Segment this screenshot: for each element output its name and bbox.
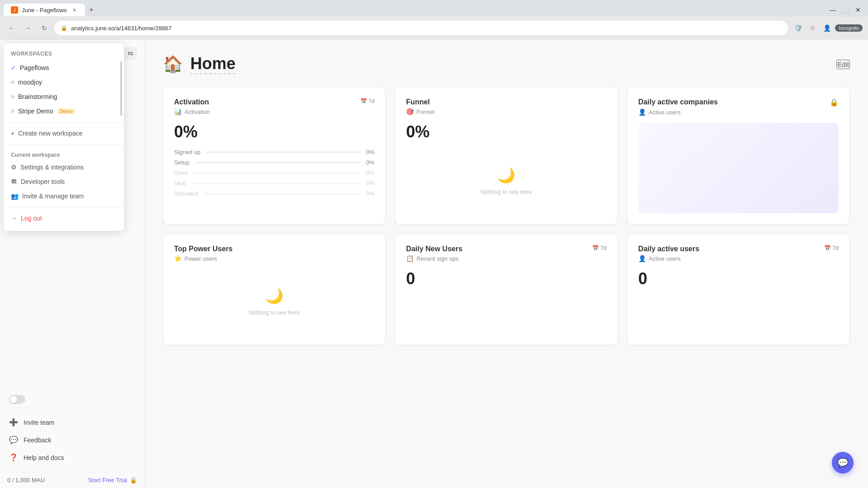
edit-button[interactable]: Edit <box>836 60 850 69</box>
tpu-empty-state: 🌙 Nothing to see here <box>174 269 374 334</box>
feedback-label: Feedback <box>24 436 51 444</box>
cards-grid: Activation 📅 7d 📊 Activation 0% Signed u… <box>163 87 850 345</box>
window-maximize[interactable]: ⬜ <box>839 4 852 16</box>
row-label: Activated <box>174 190 198 197</box>
divider <box>4 122 124 122</box>
upgrade-button[interactable]: Start Free Trial 🔒 <box>88 477 137 483</box>
settings-icon: ⚙ <box>11 164 17 171</box>
ssl-lock-icon: 🔒 <box>61 25 67 31</box>
moon-icon-2: 🌙 <box>265 287 283 305</box>
developer-tools-button[interactable]: 🛠 Developer tools <box>4 174 124 189</box>
invite-manage-team-button[interactable]: 👥 Invite & manage team <box>4 189 124 203</box>
bar-track <box>195 162 361 164</box>
lock-icon: 🔒 <box>130 477 137 483</box>
tab-favicon: J <box>11 6 18 14</box>
app-layout: P Pageflows ▼ rc Workspaces ✓ Pageflows … <box>0 40 868 488</box>
feedback-button[interactable]: 💬 Feedback <box>4 431 141 449</box>
dnu-card-header: Daily New Users 📅 7d <box>406 245 606 253</box>
back-button[interactable]: ← <box>5 22 18 34</box>
help-docs-label: Help and docs <box>24 454 64 461</box>
row-label: Setup <box>174 159 189 166</box>
dnu-badge: 📅 7d <box>592 245 607 251</box>
dnu-subtitle-text: Recent sign ups <box>416 255 458 262</box>
row-label: Signed up <box>174 149 201 155</box>
row-viral: Viral 0% <box>174 180 374 187</box>
page-header: 🏠 Home Edit <box>163 54 850 74</box>
tab-bar: J June - Pageflows ✕ + — ⬜ ✕ <box>0 0 868 16</box>
row-value: 0% <box>366 159 375 166</box>
tpu-subtitle-text: Power users <box>184 255 217 262</box>
dac-subtitle: 👤 Active users <box>638 108 839 116</box>
dau-title: Daily active users <box>638 245 699 253</box>
activation-subtitle: 📊 Activation <box>174 108 374 115</box>
funnel-title: Funnel <box>406 98 429 106</box>
row-bar <box>191 183 361 184</box>
active-tab[interactable]: J June - Pageflows ✕ <box>4 4 85 16</box>
activation-rows: Signed up 0% Setup 0% Used <box>174 149 374 197</box>
row-bar <box>193 172 360 174</box>
activation-subtitle-text: Activation <box>184 108 210 115</box>
row-activated: Activated 0% <box>174 190 374 197</box>
logout-button[interactable]: → Log out <box>4 211 124 225</box>
settings-label: Settings & integrations <box>20 164 84 171</box>
extension-icon[interactable]: 🛡️ <box>792 22 804 34</box>
mau-bar: 0 / 1,000 MAU Start Free Trial 🔒 <box>0 472 144 488</box>
toggle-area <box>0 391 144 408</box>
workspace-name-moodjoy: moodjoy <box>18 79 42 86</box>
tab-close-button[interactable]: ✕ <box>71 6 78 14</box>
activation-card: Activation 📅 7d 📊 Activation 0% Signed u… <box>163 87 386 225</box>
window-minimize[interactable]: — <box>826 4 839 16</box>
help-icon: ❓ <box>9 453 18 462</box>
feedback-icon: 💬 <box>9 436 18 444</box>
dac-locked-chart <box>638 123 839 213</box>
dnu-icon: 📋 <box>406 255 414 262</box>
row-label: Viral <box>174 180 186 187</box>
settings-integrations-button[interactable]: ⚙ Settings & integrations <box>4 160 124 174</box>
activation-card-header: Activation 📅 7d <box>174 98 374 106</box>
chat-fab-button[interactable]: 💬 <box>832 452 854 474</box>
row-bar <box>195 162 361 164</box>
funnel-empty-state: 🌙 Nothing to see here <box>406 149 606 213</box>
moon-icon: 🌙 <box>497 167 515 184</box>
dnu-value: 0 <box>406 269 606 288</box>
bookmark-icon[interactable]: ☆ <box>806 22 819 34</box>
forward-button[interactable]: → <box>22 22 34 34</box>
sidebar: P Pageflows ▼ rc Workspaces ✓ Pageflows … <box>0 40 145 488</box>
refresh-button[interactable]: ↻ <box>38 22 51 34</box>
dac-icon: 👤 <box>638 108 646 116</box>
page-title: Home <box>190 54 236 74</box>
funnel-icon: 🎯 <box>406 108 414 115</box>
invite-team-icon: ➕ <box>9 418 18 427</box>
dau-icon: 👤 <box>638 255 646 262</box>
workspace-name-stripe-demo: Stripe Demo <box>18 108 53 115</box>
row-bar <box>203 193 360 195</box>
check-icon: ✓ <box>11 64 16 71</box>
url-input[interactable]: 🔒 analytics.june.so/a/14631/home/28867 <box>54 21 788 35</box>
divider-2 <box>4 144 124 145</box>
funnel-card: Funnel 🎯 Funnel 0% 🌙 Nothing to see here <box>395 87 618 225</box>
window-close[interactable]: ✕ <box>852 4 864 16</box>
tpu-icon: ⭐ <box>174 255 182 262</box>
profile-icon[interactable]: 👤 <box>821 22 833 34</box>
invite-team-label: Invite team <box>24 419 54 426</box>
row-value: 0% <box>366 149 375 155</box>
tpu-title: Top Power Users <box>174 245 233 253</box>
funnel-card-header: Funnel <box>406 98 606 106</box>
help-docs-button[interactable]: ❓ Help and docs <box>4 449 141 466</box>
dau-subtitle-text: Active users <box>649 255 681 262</box>
invite-team-button[interactable]: ➕ Invite team <box>4 413 141 431</box>
logout-label: Log out <box>21 215 42 222</box>
upgrade-label: Start Free Trial <box>88 477 127 483</box>
new-tab-button[interactable]: + <box>85 4 98 16</box>
workspace-item-pageflows[interactable]: ✓ Pageflows <box>4 61 124 75</box>
bar-track <box>203 193 360 195</box>
workspace-item-brainstorming[interactable]: Brainstorming <box>4 89 124 104</box>
workspace-item-stripe-demo[interactable]: Stripe Demo Demo <box>4 104 124 118</box>
command-shortcut-button[interactable]: rc <box>124 47 137 60</box>
toggle-switch[interactable] <box>9 395 25 404</box>
dnu-title: Daily New Users <box>406 245 462 253</box>
workspace-item-moodjoy[interactable]: moodjoy <box>4 75 124 89</box>
create-workspace-button[interactable]: + Create new workspace <box>4 126 124 141</box>
workspace-dropdown: Workspaces ✓ Pageflows moodjoy Brainstor… <box>4 43 124 231</box>
row-label: Used <box>174 169 188 176</box>
